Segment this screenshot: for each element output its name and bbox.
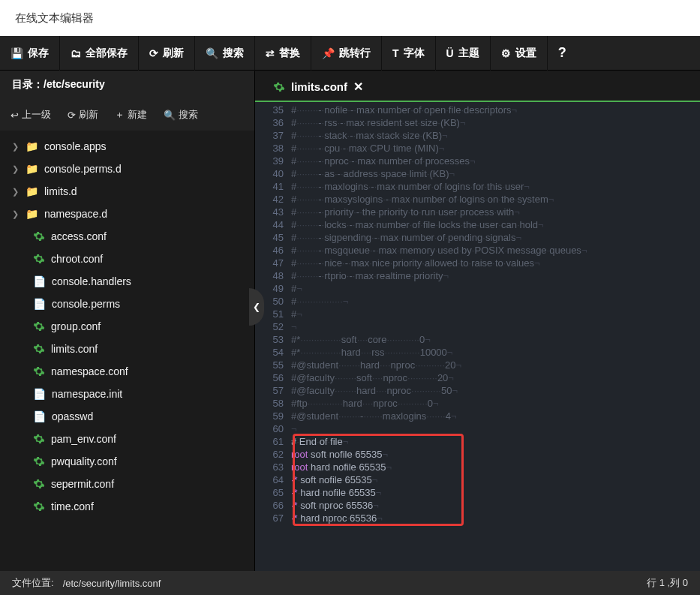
font-icon: T	[392, 47, 399, 59]
help-button[interactable]: ?	[548, 36, 570, 71]
chevron-right-icon: ❯	[12, 142, 20, 152]
item-label: access.conf	[51, 230, 107, 242]
tree-item[interactable]: 📄namespace.init	[0, 383, 254, 405]
tree-item[interactable]: ❯📁namespace.d	[0, 203, 254, 225]
tab-label: limits.conf	[291, 80, 347, 93]
gear-icon	[33, 500, 45, 512]
tree-item[interactable]: time.conf	[0, 495, 254, 518]
gear-icon	[33, 433, 45, 445]
refresh-icon: ⟳	[149, 47, 158, 59]
gear-icon	[33, 455, 45, 467]
goto-icon: 📌	[322, 47, 335, 59]
save-all-label: 全部保存	[86, 47, 128, 60]
titlebar: 在线文本编辑器	[0, 0, 700, 36]
path-label: 目录：	[12, 78, 44, 90]
tree-item[interactable]: 📄console.handlers	[0, 270, 254, 293]
path-value: /etc/security	[44, 78, 105, 90]
sb-search-button[interactable]: 🔍搜索	[156, 104, 206, 126]
tree-item[interactable]: ❯📁limits.d	[0, 180, 254, 203]
theme-button[interactable]: Ü 主题	[436, 36, 490, 71]
tabs: limits.conf ✕	[255, 71, 700, 102]
gear-icon	[33, 320, 45, 332]
tree-item[interactable]: ❯📁console.apps	[0, 135, 254, 158]
save-all-button[interactable]: 🗂 全部保存	[60, 36, 138, 71]
tree-item[interactable]: pwquality.conf	[0, 450, 254, 473]
file-icon: 📄	[33, 298, 46, 310]
item-label: opasswd	[52, 410, 93, 422]
close-icon[interactable]: ✕	[353, 80, 363, 94]
search-icon: 🔍	[206, 47, 218, 59]
item-label: limits.d	[44, 185, 77, 197]
new-button[interactable]: ＋新建	[107, 104, 155, 126]
replace-label: 替换	[279, 47, 300, 60]
sb-refresh-button[interactable]: ⟳刷新	[60, 104, 106, 126]
tree-item[interactable]: group.conf	[0, 315, 254, 338]
cursor-position: 行 1 ,列 0	[647, 576, 688, 590]
refresh-label: 刷新	[163, 47, 184, 60]
help-label: ?	[558, 45, 566, 61]
settings-button[interactable]: ⚙ 设置	[491, 36, 547, 71]
editor: limits.conf ✕ 35363738394041424344454647…	[255, 71, 700, 571]
tree-item[interactable]: namespace.conf	[0, 360, 254, 383]
statusbar: 文件位置: /etc/security/limits.conf 行 1 ,列 0	[0, 571, 700, 595]
item-label: pwquality.conf	[51, 455, 117, 467]
status-label: 文件位置:	[12, 576, 54, 590]
item-label: sepermit.conf	[51, 478, 114, 490]
item-label: console.perms.d	[44, 163, 122, 175]
item-label: console.handlers	[52, 275, 131, 287]
gear-icon	[273, 81, 285, 93]
folder-icon: 📁	[26, 208, 38, 220]
tree-item[interactable]: limits.conf	[0, 338, 254, 360]
line-gutter: 3536373839404142434445464748495051525354…	[255, 102, 291, 571]
search-label: 搜索	[223, 47, 244, 60]
search-button[interactable]: 🔍 搜索	[195, 36, 254, 71]
replace-icon: ⇄	[266, 47, 275, 59]
file-tree[interactable]: ❯📁console.apps❯📁console.perms.d❯📁limits.…	[0, 131, 254, 571]
chevron-right-icon: ❯	[12, 164, 20, 174]
goto-line-button[interactable]: 📌 跳转行	[311, 36, 381, 71]
font-label: 字体	[404, 47, 425, 60]
refresh-button[interactable]: ⟳ 刷新	[139, 36, 194, 71]
gear-icon	[33, 343, 45, 355]
gear-icon	[33, 253, 45, 265]
item-label: console.perms	[52, 298, 120, 310]
tree-item[interactable]: chroot.conf	[0, 248, 254, 270]
item-label: limits.conf	[51, 343, 98, 355]
code-content[interactable]: #········-·nofile·-·max·number·of·open·f…	[291, 102, 700, 571]
file-icon: 📄	[33, 275, 46, 287]
settings-label: 设置	[515, 47, 536, 60]
gear-icon	[33, 365, 45, 377]
goto-label: 跳转行	[339, 47, 371, 60]
replace-button[interactable]: ⇄ 替换	[255, 36, 311, 71]
tree-item[interactable]: pam_env.conf	[0, 428, 254, 450]
theme-icon: Ü	[446, 47, 454, 59]
app-title: 在线文本编辑器	[15, 11, 94, 26]
save-all-icon: 🗂	[71, 47, 81, 59]
main: 目录：/etc/security ↩上一级 ⟳刷新 ＋新建 🔍搜索 ❯📁cons…	[0, 71, 700, 571]
folder-icon: 📁	[26, 185, 38, 197]
refresh-icon: ⟳	[68, 110, 76, 121]
file-icon: 📄	[33, 410, 46, 422]
font-button[interactable]: T 字体	[382, 36, 435, 71]
folder-icon: 📁	[26, 140, 38, 152]
up-button[interactable]: ↩上一级	[3, 104, 59, 126]
save-icon: 💾	[11, 47, 23, 59]
item-label: namespace.init	[52, 388, 122, 400]
tree-item[interactable]: sepermit.conf	[0, 473, 254, 495]
chevron-right-icon: ❯	[12, 187, 20, 197]
toolbar: 💾 保存 🗂 全部保存 ⟳ 刷新 🔍 搜索 ⇄ 替换 📌 跳转行 T 字体 Ü …	[0, 36, 700, 71]
item-label: namespace.d	[44, 208, 107, 220]
plus-icon: ＋	[115, 108, 125, 122]
tree-item[interactable]: 📄console.perms	[0, 293, 254, 315]
tree-item[interactable]: 📄opasswd	[0, 405, 254, 428]
tree-item[interactable]: access.conf	[0, 225, 254, 248]
tree-item[interactable]: ❯📁console.perms.d	[0, 158, 254, 180]
chevron-right-icon: ❯	[12, 209, 20, 219]
code-area[interactable]: 3536373839404142434445464748495051525354…	[255, 102, 700, 571]
item-label: console.apps	[44, 140, 107, 152]
gear-icon: ⚙	[501, 47, 511, 59]
item-label: group.conf	[51, 320, 101, 332]
tab-limits-conf[interactable]: limits.conf ✕	[263, 73, 374, 101]
save-label: 保存	[28, 47, 49, 60]
save-button[interactable]: 💾 保存	[0, 36, 59, 71]
